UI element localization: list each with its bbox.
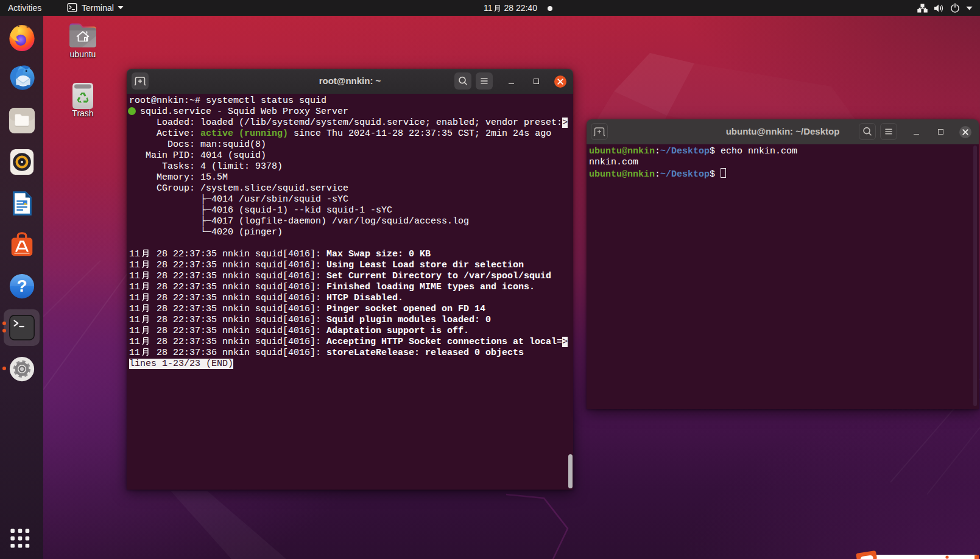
svg-text:?: ? [17,276,27,295]
